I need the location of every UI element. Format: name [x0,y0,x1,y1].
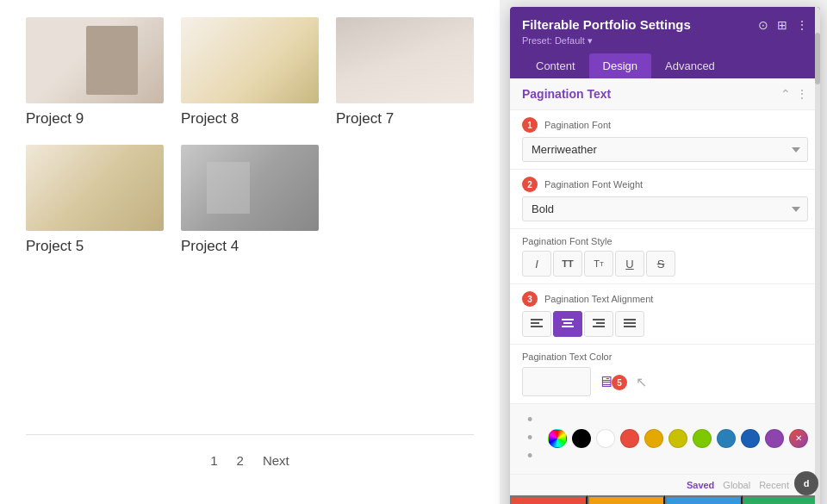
pagination-text-alignment-label: 3 Pagination Text Alignment [522,291,808,307]
panel-title: Filterable Portfolio Settings [522,17,691,32]
dots-button[interactable]: • • • [522,409,548,467]
align-justify-button[interactable] [615,311,644,337]
cancel-button[interactable]: ✕ [510,495,588,504]
separator [26,434,474,435]
svg-rect-3 [562,319,574,320]
uppercase-button[interactable]: TT [553,251,582,277]
pagination-text-alignment-row: 3 Pagination Text Alignment [510,284,820,345]
project-image[interactable] [26,145,164,231]
list-item: Project 4 [181,145,319,255]
project-title: Project 4 [181,238,319,255]
scrollbar-thumb[interactable] [815,33,820,84]
save-button[interactable]: ✓ [743,495,820,504]
redo-button[interactable]: ↻ [665,495,743,504]
pagination-font-style-row: Pagination Font Style I TT TT U S [510,229,820,284]
project-image[interactable] [181,17,319,103]
settings-panel: Filterable Portfolio Settings ⊙ ⊞ ⋮ Pres… [510,7,820,504]
scrollbar[interactable] [815,7,820,504]
svg-rect-11 [624,326,636,327]
action-bar: ✕ ↺ ↻ ✓ [510,495,820,504]
project-title: Project 5 [26,238,164,255]
svg-rect-6 [593,319,605,320]
reset-button[interactable]: ↺ [588,495,665,504]
svg-rect-8 [593,326,605,327]
list-item: Project 9 [26,17,164,128]
saved-label[interactable]: Saved [687,480,714,490]
color-preview-box[interactable] [522,367,591,396]
project-image[interactable] [336,17,474,103]
pagination-text-color-label: Pagination Text Color [522,352,808,362]
pagination-text-alignment-label-text: Pagination Text Alignment [544,294,653,304]
panel-title-row: Filterable Portfolio Settings ⊙ ⊞ ⋮ [522,17,808,32]
settings-icon[interactable]: ⊙ [758,18,768,32]
align-right-button[interactable] [584,311,613,337]
color-picker-row: 🖥 5 ↖ [522,367,808,396]
project-title: Project 7 [336,110,474,128]
panel-header-icons: ⊙ ⊞ ⋮ [758,18,808,32]
capitalize-button[interactable]: TT [584,251,613,277]
section-controls: ⌃ ⋮ [780,87,808,101]
tab-content[interactable]: Content [522,53,589,78]
color-picker-swatch[interactable] [548,429,567,448]
swatch-blue[interactable] [741,429,760,448]
swatch-green[interactable] [717,429,736,448]
project-title: Project 9 [26,110,164,128]
portfolio-grid: Project 9 Project 8 Project 7 Project 5 … [26,17,474,255]
swatch-black[interactable] [572,429,591,448]
saved-bar: Saved Global Recent ⚙ [510,475,820,495]
panel-body: Pagination Text ⌃ ⋮ 1 Pagination Font Me… [510,78,820,504]
swatch-purple[interactable] [765,429,784,448]
pagination-font-weight-select[interactable]: Bold [522,196,808,221]
project-title: Project 8 [181,110,319,128]
step-badge-3: 3 [522,291,538,307]
more-icon[interactable]: ⋮ [796,18,808,32]
section-more-icon[interactable]: ⋮ [796,87,808,101]
swatch-gold[interactable] [644,429,663,448]
global-label[interactable]: Global [723,480,750,490]
pagination-next[interactable]: Next [258,451,295,470]
columns-icon[interactable]: ⊞ [777,18,787,32]
tab-advanced[interactable]: Advanced [651,53,729,78]
step-badge-1: 1 [522,117,538,133]
section-header: Pagination Text ⌃ ⋮ [510,78,820,110]
swatch-white[interactable] [596,429,615,448]
style-buttons: I TT TT U S [522,251,808,277]
italic-button[interactable]: I [522,251,551,277]
svg-rect-10 [624,322,636,324]
svg-rect-7 [596,322,605,324]
swatch-gradient[interactable]: ✕ [789,429,808,448]
svg-rect-1 [531,322,539,324]
strikethrough-button[interactable]: S [646,251,675,277]
align-center-button[interactable] [553,311,582,337]
panel-tabs: Content Design Advanced [522,53,808,78]
pagination-font-select[interactable]: Merriweather [522,137,808,162]
step-badge-5: 5 [612,375,627,390]
swatch-row: ✕ [548,429,808,448]
pagination-text-color-section: Pagination Text Color 🖥 5 ↖ [510,345,820,404]
pagination-page-1[interactable]: 1 [205,451,222,470]
list-item: Project 8 [181,17,319,128]
project-image[interactable] [181,145,319,231]
tab-design[interactable]: Design [589,53,651,78]
pagination-font-weight-label-text: Pagination Font Weight [544,179,643,190]
underline-button[interactable]: U [615,251,644,277]
align-buttons [522,311,808,337]
pagination-page-2[interactable]: 2 [232,451,249,470]
cursor-icon[interactable]: ↖ [636,374,647,390]
collapse-icon[interactable]: ⌃ [780,87,791,101]
recent-label[interactable]: Recent [759,480,789,490]
divi-logo[interactable]: d [794,471,818,495]
project-image[interactable] [26,17,164,103]
swatch-red[interactable] [620,429,639,448]
svg-rect-4 [563,322,572,324]
pagination-font-label: 1 Pagination Font [522,117,808,133]
swatch-lime[interactable] [693,429,712,448]
list-item: Project 7 [336,17,474,128]
swatch-yellow[interactable] [668,429,687,448]
pagination-bar: 1 2 Next [0,451,500,470]
align-left-button[interactable] [522,311,551,337]
svg-rect-0 [531,319,543,320]
pagination-font-style-label-text: Pagination Font Style [522,236,612,246]
portfolio-area: Project 9 Project 8 Project 7 Project 5 … [0,0,500,504]
panel-preset[interactable]: Preset: Default ▾ [522,35,808,47]
